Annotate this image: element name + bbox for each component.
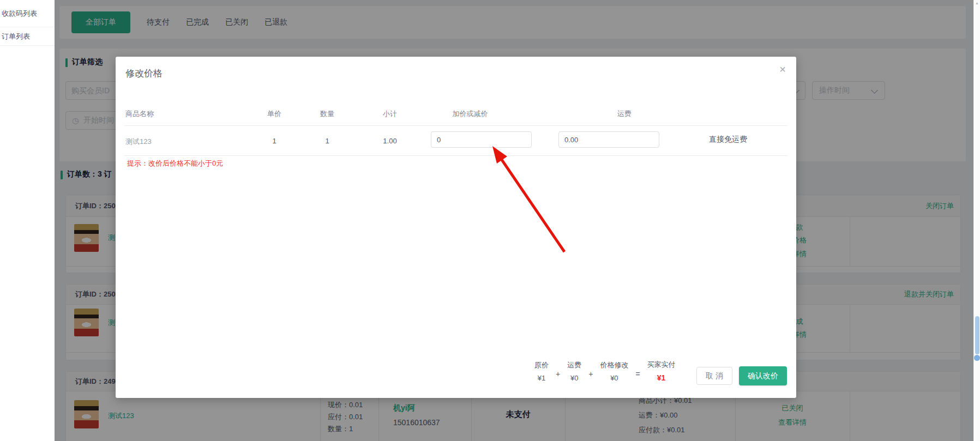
row-qty: 1 — [325, 137, 329, 145]
sidebar: 收款码列表 订单列表 — [0, 0, 55, 441]
table-row-divider — [124, 155, 787, 156]
summary-final-value: ¥1 — [657, 373, 666, 382]
summary-value: ¥0 — [570, 374, 578, 382]
shipping-fee-input[interactable] — [558, 131, 659, 148]
scrollbar-up-arrow[interactable]: ▲ — [974, 1, 980, 5]
price-hint: 提示：改价后价格不能小于0元 — [127, 159, 223, 168]
table-header-divider — [124, 125, 787, 126]
row-subtotal: 1.00 — [383, 137, 396, 145]
summary-label: 买家实付 — [647, 360, 676, 370]
cancel-button[interactable]: 取 消 — [696, 367, 732, 385]
summary-label: 运费 — [567, 360, 581, 370]
price-adjust-input[interactable] — [431, 131, 532, 148]
close-icon[interactable]: × — [775, 62, 790, 76]
summary-label: 原价 — [534, 360, 549, 370]
summary-original: 原价 ¥1 — [534, 360, 549, 382]
modify-price-modal: 修改价格 × 商品名称 单价 数量 小计 加价或减价 运费 测试123 1 1 … — [116, 57, 796, 398]
scrollbar-knob[interactable] — [974, 355, 980, 361]
scrollbar-thumb[interactable] — [975, 316, 979, 354]
modal-title: 修改价格 — [125, 67, 163, 80]
row-product-name: 测试123 — [125, 137, 152, 147]
sidebar-item-label: 收款码列表 — [2, 9, 37, 19]
shipping-note: 直接免运费 — [709, 135, 747, 144]
col-header-qty: 数量 — [320, 109, 334, 119]
price-summary: 原价 ¥1 + 运费 ¥0 + 价格修改 ¥0 = 买家实付 ¥1 — [534, 360, 676, 382]
equals-sign: = — [635, 370, 640, 378]
summary-value: ¥1 — [538, 374, 545, 382]
sidebar-item-payment-codes[interactable]: 收款码列表 — [0, 0, 55, 27]
row-unit-price: 1 — [272, 137, 276, 145]
summary-value: ¥0 — [610, 374, 618, 382]
col-header-adjust: 加价或减价 — [453, 109, 488, 119]
screen: 收款码列表 订单列表 全部订单 待支付 已完成 已关闭 已退款 订单筛选 — [0, 0, 980, 441]
summary-shipping: 运费 ¥0 — [567, 360, 581, 382]
col-header-product: 商品名称 — [125, 109, 154, 119]
sidebar-item-label: 订单列表 — [2, 32, 30, 41]
sidebar-item-order-list[interactable]: 订单列表 — [0, 27, 55, 46]
col-header-unit-price: 单价 — [267, 109, 281, 119]
plus-sign: + — [588, 370, 593, 378]
summary-modify: 价格修改 ¥0 — [600, 360, 628, 382]
col-header-subtotal: 小计 — [383, 109, 397, 119]
scrollbar[interactable]: ▲ — [973, 0, 980, 441]
summary-final: 买家实付 ¥1 — [647, 360, 676, 382]
confirm-price-button[interactable]: 确认改价 — [739, 366, 787, 385]
col-header-shipping: 运费 — [617, 109, 632, 119]
plus-sign: + — [556, 370, 560, 378]
summary-label: 价格修改 — [600, 360, 628, 370]
